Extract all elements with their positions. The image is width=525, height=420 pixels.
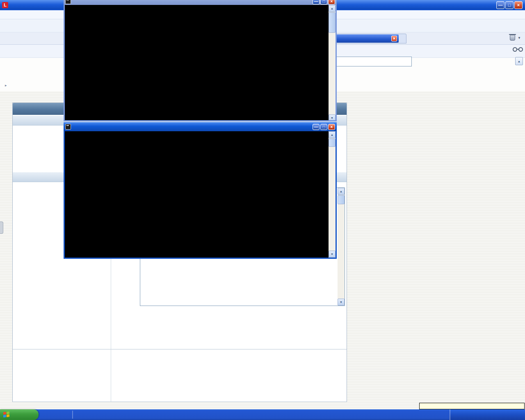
- breadcrumb[interactable]: ▸: [5, 82, 9, 87]
- sidebar-handle[interactable]: [0, 221, 3, 234]
- tab-lowyat-replying[interactable]: ✕: [336, 34, 399, 43]
- restore-button[interactable]: □: [320, 124, 327, 130]
- tab-close-icon[interactable]: ✕: [391, 36, 397, 41]
- scrollbar-thumb[interactable]: [329, 139, 336, 147]
- scroll-up-icon[interactable]: ▲: [338, 188, 345, 195]
- scroll-up-button[interactable]: ▲: [515, 57, 523, 65]
- minimize-button[interactable]: —: [313, 124, 320, 130]
- cmd-window[interactable]: — □ × ▲ ▼: [64, 0, 337, 121]
- maximize-button[interactable]: □: [505, 1, 514, 9]
- telnet-icon: [65, 124, 71, 130]
- scroll-down-icon[interactable]: ▼: [338, 299, 345, 306]
- system-tray: [450, 409, 525, 420]
- breadcrumb-arrow-icon: ▸: [5, 83, 7, 87]
- taskbar: [0, 409, 525, 420]
- windows-flag-icon: [3, 411, 10, 418]
- telnet-scrollbar[interactable]: ▲ ▼: [329, 131, 336, 258]
- lowyat-logo-icon: L: [2, 2, 8, 8]
- divider: [72, 411, 73, 419]
- scrollbar-thumb[interactable]: [338, 195, 345, 204]
- divider: [13, 402, 347, 402]
- ad-price-text: [339, 68, 340, 72]
- scroll-up-icon[interactable]: ▲: [329, 131, 336, 138]
- minimize-button[interactable]: —: [496, 1, 504, 9]
- scroll-down-icon[interactable]: ▼: [329, 251, 336, 258]
- scrollbar-thumb[interactable]: [329, 12, 336, 33]
- divider: [13, 349, 347, 349]
- close-button[interactable]: ×: [328, 124, 335, 130]
- scroll-up-icon[interactable]: ▲: [329, 5, 336, 12]
- telnet-window[interactable]: — □ × ▲ ▼: [64, 122, 337, 259]
- telnet-titlebar[interactable]: — □ ×: [64, 122, 337, 131]
- search-input[interactable]: [336, 57, 412, 66]
- bitcomet-tooltip: [419, 403, 525, 409]
- cmd-scrollbar[interactable]: ▲ ▼: [329, 5, 336, 120]
- minimize-button[interactable]: —: [313, 0, 320, 5]
- trash-dropdown-icon[interactable]: ▼: [518, 36, 521, 40]
- textarea-scrollbar[interactable]: ▲ ▼: [338, 188, 345, 306]
- glasses-icon[interactable]: [513, 47, 524, 53]
- close-button[interactable]: ×: [514, 1, 523, 9]
- scroll-down-icon[interactable]: ▼: [329, 114, 336, 120]
- maximize-button[interactable]: □: [320, 0, 327, 5]
- close-button[interactable]: ×: [328, 0, 335, 5]
- desktop: L — □ × ▸ ✕ ▼ ▲: [0, 0, 525, 420]
- trash-icon[interactable]: [510, 35, 515, 41]
- cmd-icon: [65, 0, 71, 4]
- start-button[interactable]: [0, 409, 39, 420]
